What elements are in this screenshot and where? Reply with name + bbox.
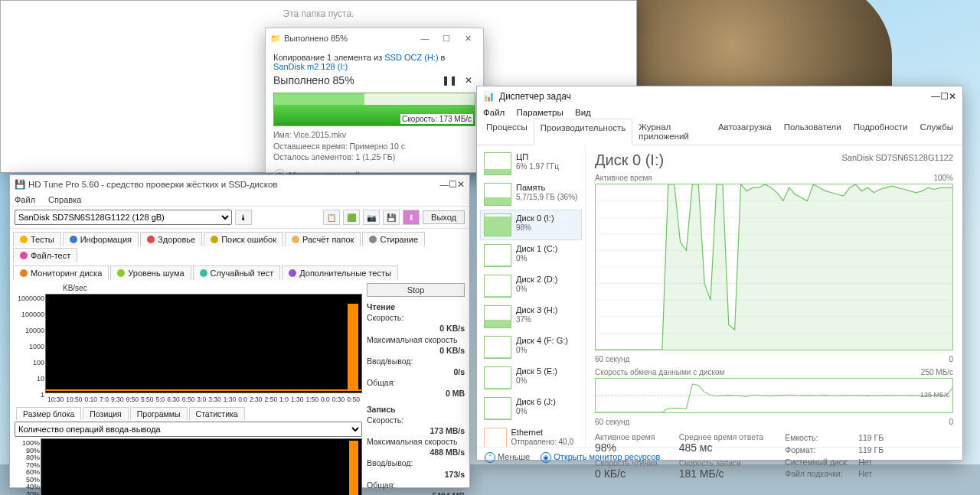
perf-item-title: Диск 4 (F: G:) bbox=[516, 336, 568, 346]
menu-file[interactable]: Файл bbox=[15, 195, 35, 204]
hdtune-drive-select[interactable]: SanDisk SD7SN6S128G1122 (128 gB) bbox=[15, 210, 232, 225]
perf-item-7[interactable]: Диск 5 (E:)0% bbox=[480, 363, 582, 393]
subtab-programs[interactable]: Программы bbox=[130, 407, 188, 420]
copy-folder-icon: 📁 bbox=[270, 34, 281, 44]
copy-titlebar[interactable]: 📁 Выполнено 85% — ☐ ✕ bbox=[266, 28, 483, 48]
screenshot-icon[interactable]: 🟩 bbox=[343, 210, 360, 225]
resmon-icon: ◉ bbox=[541, 452, 551, 463]
perf-item-value: 37% bbox=[516, 315, 557, 324]
tab-extra[interactable]: Дополнительные тесты bbox=[282, 265, 398, 280]
tm-transfer-rate-chart: 125 МБ/с bbox=[595, 378, 953, 413]
perf-item-8[interactable]: Диск 6 (J:)0% bbox=[480, 393, 582, 424]
minimize-button[interactable]: — bbox=[414, 31, 436, 45]
perf-item-title: Диск 5 (E:) bbox=[516, 366, 557, 376]
stat-active-time: Активное время98% Скорость чтения0 КБ/с bbox=[595, 432, 658, 480]
perf-item-1[interactable]: Память5,7/15,9 ГБ (36%) bbox=[480, 179, 582, 210]
hdtune-read-heading: Чтение bbox=[367, 301, 465, 312]
camera-icon[interactable]: 📷 bbox=[363, 210, 380, 225]
tab-tests[interactable]: Тесты bbox=[13, 232, 61, 246]
save-icon[interactable]: 💾 bbox=[383, 210, 400, 225]
copy-source-line: Копирование 1 элемента из SSD OCZ (H:) в… bbox=[273, 53, 475, 71]
mini-chart-icon bbox=[484, 183, 511, 206]
mini-chart-icon bbox=[484, 428, 507, 447]
tab-folders[interactable]: Расчёт папок bbox=[285, 232, 361, 246]
tab-app-history[interactable]: Журнал приложений bbox=[632, 119, 712, 145]
perf-item-2[interactable]: Диск 0 (I:)98% bbox=[480, 210, 582, 240]
copy-progress-dialog[interactable]: 📁 Выполнено 85% — ☐ ✕ Копирование 1 элем… bbox=[265, 28, 484, 173]
maximize-button[interactable]: ☐ bbox=[436, 31, 457, 45]
close-button[interactable]: ✕ bbox=[457, 31, 479, 45]
temperature-icon[interactable]: 🌡 bbox=[235, 210, 252, 225]
perf-item-value: 6% 1,97 ГГц bbox=[516, 162, 559, 171]
hdtune-block-chart: 100%90%80%70%60%50%40%30%20%10% 0.5K1K2K… bbox=[41, 438, 362, 495]
minimize-button[interactable]: — bbox=[931, 91, 940, 102]
tab-users[interactable]: Пользователи bbox=[778, 119, 848, 145]
close-button[interactable]: ✕ bbox=[949, 91, 956, 102]
hdtune-titlebar[interactable]: 💾 HD Tune Pro 5.60 - средство проверки ж… bbox=[10, 175, 469, 194]
menu-help[interactable]: Справка bbox=[48, 195, 81, 204]
tab-processes[interactable]: Процессы bbox=[480, 119, 534, 145]
copy-name-value: Vice.2015.mkv bbox=[293, 130, 346, 139]
tab-filetest[interactable]: Файл-тест bbox=[13, 248, 77, 262]
perf-item-0[interactable]: ЦП6% 1,97 ГГц bbox=[480, 148, 582, 179]
subtab-block[interactable]: Размер блока bbox=[16, 407, 81, 420]
hdtune-title: HD Tune Pro 5.60 - средство проверки жёс… bbox=[28, 180, 277, 189]
tm-app-icon: 📊 bbox=[483, 91, 495, 102]
cancel-button[interactable]: ✕ bbox=[462, 75, 475, 86]
tab-erase[interactable]: Стирание bbox=[362, 232, 425, 246]
perf-item-5[interactable]: Диск 3 (H:)37% bbox=[480, 301, 582, 332]
tm-title: Диспетчер задач bbox=[499, 91, 571, 102]
tm-fewer-details[interactable]: ˄ Меньше bbox=[485, 452, 530, 463]
subtab-stats[interactable]: Статистика bbox=[189, 407, 245, 420]
menu-view[interactable]: Вид bbox=[575, 108, 591, 117]
tab-health[interactable]: Здоровье bbox=[140, 232, 202, 246]
hdtune-window[interactable]: 💾 HD Tune Pro 5.60 - средство проверки ж… bbox=[9, 174, 470, 488]
task-manager-window[interactable]: 📊 Диспетчер задач — ☐ ✕ Файл Параметры В… bbox=[476, 86, 963, 461]
mini-chart-icon bbox=[484, 397, 511, 420]
perf-item-value: 5,7/15,9 ГБ (36%) bbox=[516, 193, 577, 201]
subtab-position[interactable]: Позиция bbox=[83, 407, 129, 420]
perf-item-title: Диск 2 (D:) bbox=[516, 275, 557, 285]
maximize-button[interactable]: ☐ bbox=[449, 179, 457, 190]
perf-item-9[interactable]: EthernetОтправлено: 40,0 Прин bbox=[480, 424, 582, 447]
options-icon[interactable]: ⬇ bbox=[403, 210, 420, 225]
tm-sidebar[interactable]: ЦП6% 1,97 ГГцПамять5,7/15,9 ГБ (36%)Диск… bbox=[477, 145, 586, 447]
stat-info: Ёмкость:119 ГБ Формат:119 ГБ Системный д… bbox=[785, 432, 884, 480]
exit-button[interactable]: Выход bbox=[423, 210, 465, 224]
tab-details[interactable]: Подробности bbox=[848, 119, 914, 145]
tm-menubar[interactable]: Файл Параметры Вид bbox=[477, 106, 962, 119]
perf-item-3[interactable]: Диск 1 (C:)0% bbox=[480, 240, 582, 271]
tm-chart2-label: Скорость обмена данными с диском bbox=[595, 368, 724, 376]
tm-disk-model: SanDisk SD7SN6S128G1122 bbox=[841, 153, 953, 162]
hdtune-menubar[interactable]: Файл Справка bbox=[10, 194, 469, 206]
tab-monitor[interactable]: Мониторинг диска bbox=[13, 265, 109, 280]
minimize-button[interactable]: — bbox=[440, 180, 449, 189]
perf-item-value: 0% bbox=[516, 285, 557, 293]
tab-services[interactable]: Службы bbox=[913, 119, 959, 145]
copy-dest-link[interactable]: SanDisk m2 128 (I:) bbox=[273, 62, 348, 71]
hdtune-throughput-chart: KB/sec 1000000100000100001000100101 10:3… bbox=[45, 294, 362, 393]
copy-icon[interactable]: 📋 bbox=[323, 210, 340, 225]
hdtune-app-icon: 💾 bbox=[15, 179, 25, 190]
tab-info[interactable]: Информация bbox=[63, 232, 139, 246]
tab-noise[interactable]: Уровень шума bbox=[110, 265, 191, 280]
tab-random[interactable]: Случайный тест bbox=[193, 265, 281, 280]
hdtune-write-heading: Запись bbox=[367, 404, 465, 415]
copy-name-label: Имя: bbox=[273, 130, 291, 139]
maximize-button[interactable]: ☐ bbox=[940, 91, 949, 102]
menu-file[interactable]: Файл bbox=[483, 108, 505, 117]
perf-item-6[interactable]: Диск 4 (F: G:)0% bbox=[480, 332, 582, 363]
copy-progress-label: Выполнено 85% bbox=[273, 74, 436, 86]
copy-source-link[interactable]: SSD OCZ (H:) bbox=[384, 53, 438, 62]
tab-startup[interactable]: Автозагрузка bbox=[712, 119, 778, 145]
tab-performance[interactable]: Производительность bbox=[534, 119, 633, 145]
perf-item-4[interactable]: Диск 2 (D:)0% bbox=[480, 271, 582, 301]
hdtune-stop-button[interactable]: Stop bbox=[367, 283, 465, 297]
tab-errors[interactable]: Поиск ошибок bbox=[204, 232, 283, 246]
close-button[interactable]: ✕ bbox=[457, 179, 465, 190]
menu-params[interactable]: Параметры bbox=[516, 108, 563, 117]
hdtune-io-combo[interactable]: Количество операций ввода-вывода bbox=[15, 422, 362, 437]
perf-item-title: Диск 3 (H:) bbox=[516, 305, 557, 315]
tm-titlebar[interactable]: 📊 Диспетчер задач — ☐ ✕ bbox=[477, 86, 962, 106]
pause-button[interactable]: ❚❚ bbox=[442, 75, 456, 86]
